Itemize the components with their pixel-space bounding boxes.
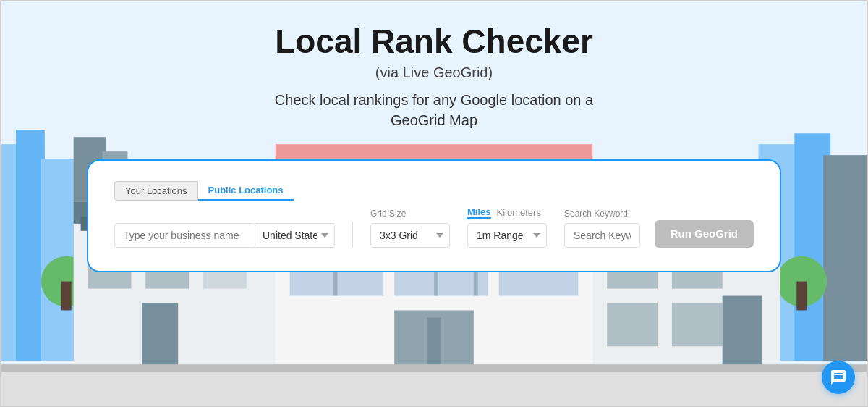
- location-tabs: Your Locations Public Locations: [114, 181, 294, 201]
- tab-public-locations[interactable]: Public Locations: [198, 181, 294, 201]
- keyword-group: Search Keyword: [564, 209, 640, 248]
- unit-km-toggle[interactable]: Kilometers: [497, 207, 541, 218]
- svg-rect-40: [607, 303, 658, 346]
- grid-size-group: Grid Size 3x3 Grid: [370, 209, 450, 248]
- unit-miles-toggle[interactable]: Miles: [467, 206, 491, 219]
- main-content: Local Rank Checker (via Live GeoGrid) Ch…: [1, 1, 867, 272]
- page-title: Local Rank Checker: [275, 23, 593, 60]
- chat-bubble-button[interactable]: [822, 361, 855, 394]
- unit-toggle: Miles Kilometers: [467, 206, 547, 219]
- divider-1: [352, 222, 353, 248]
- country-select[interactable]: United States: [255, 223, 335, 248]
- page-subtitle: (via Live GeoGrid): [375, 64, 493, 81]
- form-fields-row: United States Grid Size 3x3 Grid Miles K…: [114, 206, 754, 248]
- business-field-group: United States: [114, 223, 335, 248]
- svg-rect-44: [1, 364, 867, 372]
- svg-rect-10: [61, 282, 72, 311]
- svg-rect-22: [142, 303, 178, 368]
- keyword-label: Search Keyword: [564, 209, 640, 219]
- run-geogrid-button[interactable]: Run GeoGrid: [655, 220, 754, 248]
- svg-rect-43: [1, 368, 867, 406]
- form-panel: Your Locations Public Locations United S…: [87, 159, 781, 272]
- svg-rect-41: [672, 303, 723, 346]
- chat-icon: [830, 369, 847, 386]
- tab-your-locations[interactable]: Your Locations: [114, 181, 198, 201]
- tab-row: Your Locations Public Locations: [114, 181, 754, 201]
- svg-rect-14: [796, 282, 807, 311]
- page-description: Check local rankings for any Google loca…: [275, 90, 593, 130]
- business-name-input[interactable]: [114, 223, 255, 248]
- grid-size-select[interactable]: 3x3 Grid: [370, 223, 450, 248]
- range-group: Miles Kilometers 1m Range: [467, 206, 547, 248]
- grid-size-label: Grid Size: [370, 209, 450, 219]
- keyword-input[interactable]: [564, 223, 640, 248]
- range-select[interactable]: 1m Range: [467, 223, 547, 248]
- svg-rect-42: [723, 296, 762, 369]
